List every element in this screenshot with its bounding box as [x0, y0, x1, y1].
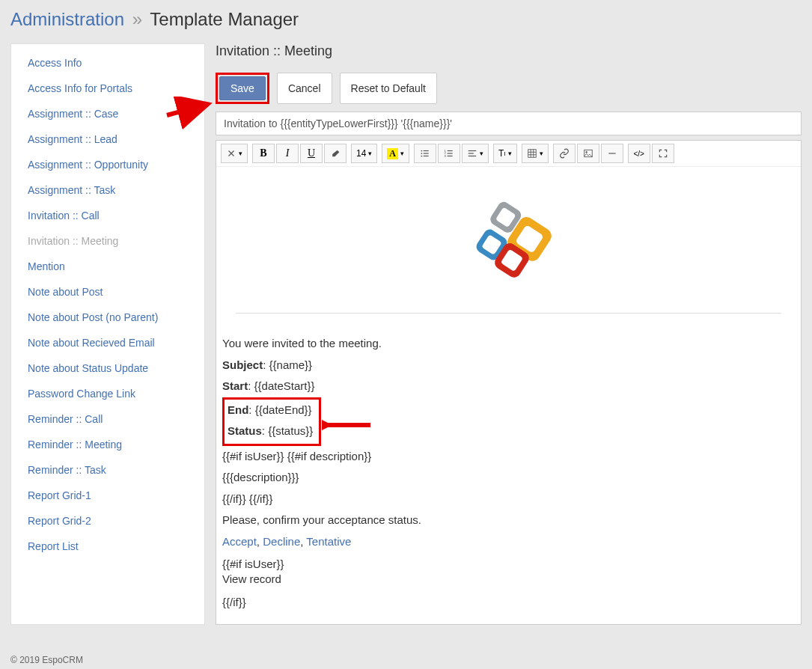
sidebar-item-2[interactable]: Assignment :: Case: [11, 101, 204, 126]
svg-text:3: 3: [445, 154, 447, 158]
editor-body[interactable]: You were invited to the meeting. Subject…: [216, 167, 801, 624]
table-dropdown[interactable]: ▾: [522, 144, 549, 163]
tentative-link[interactable]: Tentative: [306, 535, 351, 548]
sidebar-item-12[interactable]: Note about Status Update: [11, 355, 204, 381]
save-highlight: Save: [216, 73, 269, 104]
sidebar-item-10[interactable]: Note about Post (no Parent): [11, 305, 204, 330]
body-endif2: {{/if}}: [222, 592, 795, 614]
fullscreen-button[interactable]: [652, 144, 674, 163]
underline-button[interactable]: U: [300, 144, 323, 163]
code-view-button[interactable]: </>: [628, 144, 650, 163]
ul-button[interactable]: [414, 144, 436, 163]
svg-rect-3: [424, 153, 429, 153]
body-confirm: Please, confirm your acceptance status.: [222, 510, 795, 531]
body-text: You were invited to the meeting.: [222, 333, 795, 355]
sidebar-item-15[interactable]: Reminder :: Meeting: [11, 432, 204, 457]
save-button[interactable]: Save: [219, 76, 266, 100]
svg-rect-7: [448, 150, 453, 151]
decline-link[interactable]: Decline: [263, 535, 300, 548]
breadcrumb-current: Template Manager: [150, 9, 299, 29]
sidebar-item-6[interactable]: Invitation :: Call: [11, 203, 204, 228]
sidebar-item-18[interactable]: Report Grid-2: [11, 508, 204, 534]
italic-button[interactable]: I: [276, 144, 299, 163]
sidebar-item-1[interactable]: Access Info for Portals: [11, 76, 204, 101]
sidebar-item-16[interactable]: Reminder :: Task: [11, 457, 204, 483]
template-logo: [221, 183, 796, 290]
sidebar-item-8[interactable]: Mention: [11, 254, 204, 279]
sidebar-item-19[interactable]: Report List: [11, 534, 204, 559]
reset-button[interactable]: Reset to Default: [340, 73, 437, 104]
main-title: Invitation :: Meeting: [216, 43, 802, 59]
fontsize-dropdown[interactable]: 14▾: [351, 144, 377, 163]
sidebar-item-0[interactable]: Access Info: [11, 50, 204, 76]
svg-rect-15: [528, 150, 536, 158]
body-desc: {{{description}}}: [222, 467, 795, 489]
footer-text: © 2019 EspoCRM: [10, 655, 802, 665]
main-panel: Invitation :: Meeting Save Cancel Reset …: [216, 43, 802, 625]
body-links: Accept, Decline, Tentative: [222, 531, 795, 553]
svg-rect-5: [424, 156, 429, 156]
sidebar-item-5[interactable]: Assignment :: Task: [11, 177, 204, 203]
svg-rect-14: [468, 156, 477, 156]
body-ifuser2: {{#if isUser}}: [222, 557, 795, 572]
divider: [236, 313, 781, 314]
bold-button[interactable]: B: [252, 144, 275, 163]
style-dropdown[interactable]: ▾: [221, 144, 248, 163]
body-endif: {{/if}} {{/if}}: [222, 489, 795, 510]
action-row: Save Cancel Reset to Default: [216, 73, 802, 104]
sidebar: Access InfoAccess Info for PortalsAssign…: [10, 43, 205, 625]
body-ifuser: {{#if isUser}} {{#if description}}: [222, 446, 795, 468]
body-subject: Subject: {{name}}: [222, 355, 795, 376]
ol-button[interactable]: 123: [438, 144, 460, 163]
sidebar-item-14[interactable]: Reminder :: Call: [11, 406, 204, 432]
eraser-button[interactable]: [324, 144, 347, 163]
svg-rect-22: [608, 153, 615, 153]
body-end: End: {{dateEnd}}: [228, 400, 313, 421]
breadcrumb: Administration » Template Manager: [10, 9, 802, 30]
subject-input[interactable]: [216, 112, 802, 135]
sidebar-item-11[interactable]: Note about Recieved Email: [11, 330, 204, 355]
align-dropdown[interactable]: ▾: [462, 144, 489, 163]
sidebar-item-4[interactable]: Assignment :: Opportunity: [11, 152, 204, 177]
text-style-dropdown[interactable]: TI▾: [493, 144, 517, 163]
editor-toolbar: ▾ B I U 14▾ A▾: [216, 141, 801, 167]
color-dropdown[interactable]: A▾: [382, 144, 409, 163]
breadcrumb-sep: »: [132, 9, 142, 29]
breadcrumb-root[interactable]: Administration: [10, 9, 124, 29]
svg-point-21: [585, 151, 587, 153]
sidebar-item-13[interactable]: Password Change Link: [11, 381, 204, 406]
svg-rect-11: [448, 156, 453, 156]
svg-point-2: [421, 153, 422, 154]
body-status: Status: {{status}}: [228, 421, 313, 442]
svg-point-4: [421, 156, 422, 157]
link-button[interactable]: [553, 144, 576, 163]
editor: ▾ B I U 14▾ A▾: [216, 140, 802, 625]
cancel-button[interactable]: Cancel: [277, 73, 332, 104]
svg-rect-9: [448, 153, 453, 153]
body-view: View record: [222, 572, 795, 587]
accept-link[interactable]: Accept: [222, 535, 257, 548]
svg-point-0: [421, 150, 422, 152]
image-button[interactable]: [577, 144, 599, 163]
sidebar-item-9[interactable]: Note about Post: [11, 279, 204, 305]
svg-rect-1: [424, 150, 429, 151]
end-status-highlight: End: {{dateEnd}} Status: {{status}}: [222, 397, 321, 446]
body-start: Start: {{dateStart}}: [222, 376, 795, 397]
sidebar-item-7[interactable]: Invitation :: Meeting: [11, 228, 204, 254]
sidebar-item-17[interactable]: Report Grid-1: [11, 483, 204, 508]
hr-button[interactable]: [601, 144, 623, 163]
svg-rect-12: [468, 150, 477, 151]
sidebar-item-3[interactable]: Assignment :: Lead: [11, 126, 204, 152]
svg-rect-13: [468, 153, 474, 153]
